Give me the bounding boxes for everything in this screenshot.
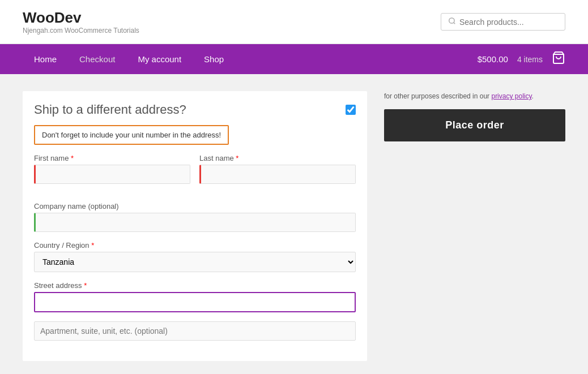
company-group: Company name (optional) [34, 202, 356, 232]
country-group: Country / Region * Tanzania Kenya Uganda… [34, 241, 356, 272]
nav-home[interactable]: Home [23, 44, 68, 74]
order-column: for other purposes described in our priv… [384, 91, 565, 361]
cart-icon[interactable] [552, 51, 565, 67]
svg-line-1 [454, 23, 455, 24]
privacy-link[interactable]: privacy policy [491, 92, 531, 100]
nav-my-account[interactable]: My account [126, 44, 193, 74]
place-order-section: for other purposes described in our priv… [384, 91, 565, 141]
notice-box: Don't forget to include your unit number… [34, 125, 229, 145]
svg-point-0 [449, 18, 454, 23]
first-name-group: First name * [34, 154, 190, 184]
logo-area: WooDev Njengah.com WooCommerce Tutorials [23, 9, 139, 35]
first-name-input[interactable] [34, 165, 190, 184]
site-header: WooDev Njengah.com WooCommerce Tutorials [0, 0, 588, 44]
logo-title: WooDev [23, 9, 139, 27]
country-select[interactable]: Tanzania Kenya Uganda United States Unit… [34, 252, 356, 272]
last-name-label: Last name * [199, 154, 356, 162]
last-name-input[interactable] [199, 165, 356, 184]
place-order-button[interactable]: Place order [384, 109, 565, 141]
last-name-group: Last name * [199, 154, 356, 184]
main-nav: Home Checkout My account Shop $500.00 4 … [0, 44, 588, 74]
notice-text: Don't forget to include your unit number… [42, 131, 221, 139]
street-input[interactable] [34, 292, 356, 312]
apartment-group [34, 321, 356, 341]
shipping-form: Ship to a different address? Don't forge… [23, 91, 367, 361]
nav-cart-area: $500.00 4 items [478, 51, 565, 67]
street-label: Street address * [34, 281, 356, 290]
company-label: Company name (optional) [34, 202, 356, 210]
search-icon [448, 17, 456, 27]
page-content: Ship to a different address? Don't forge… [0, 74, 588, 374]
name-row: First name * Last name * [34, 154, 356, 193]
privacy-text: for other purposes described in our priv… [384, 91, 565, 101]
nav-links: Home Checkout My account Shop [23, 44, 235, 74]
apartment-input[interactable] [34, 321, 356, 341]
ship-heading-text: Ship to a different address? [34, 102, 186, 117]
company-input[interactable] [34, 213, 356, 232]
nav-checkout[interactable]: Checkout [68, 44, 126, 74]
ship-heading: Ship to a different address? [34, 102, 356, 117]
street-group: Street address * [34, 281, 356, 312]
search-input[interactable] [459, 18, 558, 27]
first-name-label: First name * [34, 154, 190, 162]
ship-different-checkbox[interactable] [346, 105, 356, 115]
logo-subtitle: Njengah.com WooCommerce Tutorials [23, 27, 139, 35]
cart-amount: $500.00 [478, 54, 508, 64]
country-label: Country / Region * [34, 241, 356, 250]
search-bar[interactable] [441, 13, 565, 31]
cart-items-count: 4 items [517, 55, 543, 64]
nav-shop[interactable]: Shop [193, 44, 235, 74]
